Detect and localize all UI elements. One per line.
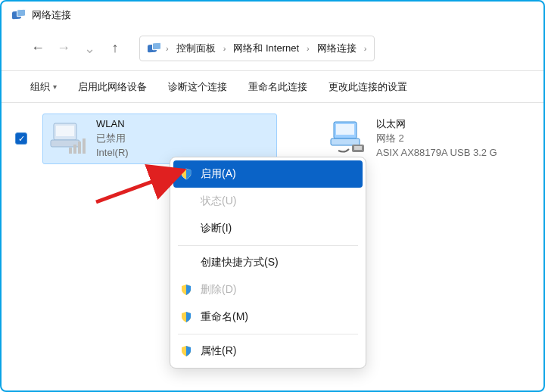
ctx-separator	[178, 245, 358, 246]
change-settings-button[interactable]: 更改此连接的设置	[321, 76, 415, 98]
diagnose-connection-button[interactable]: 诊断这个连接	[160, 76, 235, 98]
svg-rect-11	[354, 146, 362, 150]
ctx-properties[interactable]: 属性(R)	[170, 338, 366, 365]
shield-icon	[178, 282, 195, 298]
shield-icon	[178, 343, 195, 359]
adapter-labels: WLAN 已禁用 Intel(R)	[96, 117, 129, 160]
adapter-name: WLAN	[96, 117, 129, 132]
breadcrumb-sep: ›	[223, 44, 226, 53]
ctx-delete-label: 删除(D)	[201, 283, 236, 297]
organize-label: 组织	[30, 80, 50, 94]
breadcrumb-icon	[148, 42, 161, 54]
titlebar: 网络连接	[2, 2, 543, 27]
svg-rect-9	[331, 138, 360, 145]
up-button[interactable]: ↑	[106, 39, 124, 58]
ctx-status: 状态(U)	[170, 188, 366, 215]
svg-rect-5	[78, 142, 81, 154]
ctx-delete: 删除(D)	[170, 276, 366, 303]
shield-icon	[178, 166, 195, 182]
ctx-status-label: 状态(U)	[201, 194, 236, 208]
breadcrumb-network-internet[interactable]: 网络和 Internet	[230, 40, 302, 57]
context-menu: 启用(A) 状态(U) 诊断(I) 创建快捷方式(S) 删除(D) 重命名(M)	[170, 157, 366, 369]
adapter-driver: ASIX AX88179A USB 3.2 G	[376, 146, 497, 160]
ctx-rename[interactable]: 重命名(M)	[170, 303, 366, 331]
ctx-create-shortcut-label: 创建快捷方式(S)	[201, 256, 279, 269]
adapter-name: 以太网	[376, 117, 497, 132]
adapter-status: 已禁用	[96, 132, 129, 146]
svg-rect-3	[69, 148, 72, 154]
ctx-rename-label: 重命名(M)	[201, 310, 248, 324]
breadcrumb-sep: ›	[364, 44, 367, 53]
svg-rect-4	[73, 145, 76, 154]
recent-locations-button[interactable]: ⌄	[80, 39, 98, 58]
shield-icon	[178, 309, 195, 325]
ctx-diagnose-label: 诊断(I)	[201, 222, 232, 235]
selection-checkbox[interactable]: ✓	[15, 132, 27, 145]
adapter-labels: 以太网 网络 2 ASIX AX88179A USB 3.2 G	[376, 117, 497, 160]
chevron-down-icon: ▾	[53, 82, 57, 91]
ethernet-adapter-icon	[326, 117, 369, 157]
ctx-enable-label: 启用(A)	[201, 167, 236, 181]
forward-button[interactable]: →	[54, 39, 73, 58]
icon-slot	[178, 193, 195, 210]
back-button[interactable]: ←	[29, 39, 47, 58]
enable-device-button[interactable]: 启用此网络设备	[70, 76, 154, 98]
ctx-diagnose[interactable]: 诊断(I)	[170, 215, 366, 242]
rename-connection-button[interactable]: 重命名此连接	[241, 76, 315, 98]
adapter-status: 网络 2	[376, 132, 497, 146]
icon-slot	[178, 254, 195, 271]
ctx-create-shortcut[interactable]: 创建快捷方式(S)	[170, 249, 366, 276]
ctx-properties-label: 属性(R)	[201, 344, 236, 358]
network-connections-icon	[12, 9, 26, 21]
icon-slot	[178, 220, 195, 237]
wlan-adapter-icon	[46, 117, 89, 157]
organize-menu[interactable]: 组织 ▾	[23, 76, 64, 98]
breadcrumb[interactable]: › 控制面板 › 网络和 Internet › 网络连接 ›	[139, 36, 375, 61]
navigation-bar: ← → ⌄ ↑ › 控制面板 › 网络和 Internet › 网络连接 ›	[2, 27, 543, 71]
window-title: 网络连接	[32, 8, 71, 22]
adapter-driver: Intel(R)	[96, 146, 129, 160]
breadcrumb-sep: ›	[307, 44, 310, 53]
breadcrumb-sep: ›	[166, 44, 169, 53]
ctx-enable[interactable]: 启用(A)	[173, 160, 363, 188]
command-bar: 组织 ▾ 启用此网络设备 诊断这个连接 重命名此连接 更改此连接的设置	[2, 71, 543, 103]
ctx-separator	[178, 334, 358, 334]
svg-rect-6	[83, 138, 86, 154]
svg-rect-8	[336, 124, 354, 135]
breadcrumb-control-panel[interactable]: 控制面板	[173, 40, 219, 57]
svg-rect-1	[56, 126, 74, 136]
breadcrumb-network-connections[interactable]: 网络连接	[314, 40, 360, 57]
